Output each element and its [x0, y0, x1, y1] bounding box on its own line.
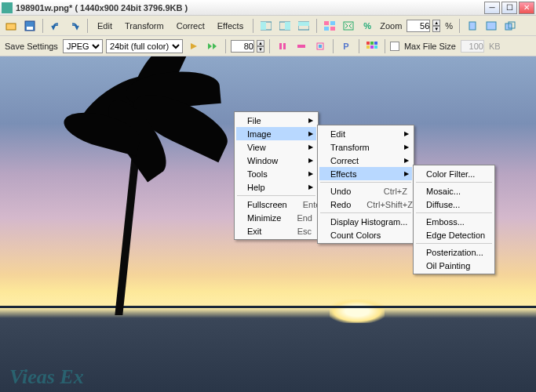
menu-view[interactable]: View▶ [236, 140, 316, 154]
menu-tools[interactable]: Tools▶ [236, 167, 316, 180]
svg-rect-26 [366, 45, 370, 49]
window-title: 198901w.png* ( 1440x900 24bit 3796.9KB ) [16, 3, 484, 13]
fx-emboss[interactable]: Emboss... [415, 215, 493, 228]
svg-rect-14 [469, 22, 476, 30]
opt3-icon[interactable] [312, 38, 328, 54]
minimize-button[interactable]: ─ [484, 2, 500, 14]
maxfilesize-label: Max File Size [403, 42, 458, 51]
opt2-icon[interactable] [294, 38, 309, 54]
separator [87, 19, 88, 33]
fx-colorfilter[interactable]: Color Filter... [415, 167, 493, 180]
svg-rect-12 [330, 27, 335, 31]
submenu-edit[interactable]: Edit▶ [319, 127, 412, 140]
menu-file[interactable]: File▶ [236, 114, 316, 127]
context-menu-image: Edit▶ Transform▶ Correct▶ Effects▶ UndoC… [317, 125, 414, 244]
separator [269, 39, 270, 53]
percent-icon[interactable]: % [359, 18, 375, 34]
open-icon[interactable] [3, 18, 19, 34]
window-buttons: ─ ☐ ✕ [484, 2, 534, 14]
maximize-button[interactable]: ☐ [501, 2, 517, 14]
kb-label: KB [487, 42, 502, 51]
menu-effects[interactable]: Effects [213, 20, 248, 32]
depth-select[interactable]: 24bit (full color) [106, 39, 183, 53]
menu-minimize[interactable]: MinimizeEnd [236, 211, 316, 224]
maxfilesize-checkbox[interactable] [390, 42, 399, 51]
play1-icon[interactable] [186, 38, 202, 54]
palette-icon[interactable] [364, 38, 380, 54]
svg-rect-24 [370, 42, 374, 45]
submenu-transform[interactable]: Transform▶ [319, 140, 412, 154]
main-toolbar: Edit Transform Correct Effects % Zoom ▲▼… [0, 16, 536, 36]
svg-rect-4 [261, 22, 266, 30]
p-icon[interactable]: P [338, 38, 354, 54]
fx-posterization[interactable]: Posterization... [415, 245, 493, 259]
layout2-icon[interactable] [277, 18, 293, 34]
play2-icon[interactable] [205, 38, 221, 54]
svg-rect-0 [6, 24, 16, 30]
fit-icon[interactable] [341, 18, 356, 34]
separator [253, 19, 253, 33]
redo-icon[interactable] [67, 18, 82, 34]
window3-icon[interactable] [502, 18, 518, 34]
quality-input[interactable] [231, 40, 254, 53]
svg-rect-22 [319, 45, 322, 48]
menu-exit[interactable]: ExitEsc [236, 224, 316, 238]
fx-edgedetection[interactable]: Edge Detection [415, 228, 493, 241]
svg-rect-27 [370, 45, 374, 49]
svg-rect-13 [344, 22, 353, 30]
opt1-icon[interactable] [275, 38, 290, 54]
submenu-redo[interactable]: RedoCtrl+Shift+Z [319, 198, 412, 211]
grid-icon[interactable] [322, 18, 337, 34]
menu-help[interactable]: Help▶ [236, 180, 316, 194]
svg-rect-9 [324, 21, 329, 25]
svg-rect-25 [374, 42, 377, 45]
svg-rect-20 [297, 45, 305, 48]
fx-mosaic[interactable]: Mosaic... [415, 184, 493, 198]
svg-rect-8 [298, 22, 309, 26]
menu-correct[interactable]: Correct [172, 20, 210, 32]
svg-rect-28 [374, 45, 377, 49]
menu-edit[interactable]: Edit [93, 20, 117, 32]
undo-icon[interactable] [48, 18, 64, 34]
close-button[interactable]: ✕ [519, 2, 534, 14]
submenu-effects[interactable]: Effects▶ [319, 167, 412, 180]
separator [359, 39, 359, 53]
window1-icon[interactable] [465, 18, 480, 34]
maxfilesize-input [461, 40, 484, 53]
image-canvas[interactable]: Vieas Ex File▶ Image▶ View▶ Window▶ Tool… [0, 56, 536, 392]
separator [385, 39, 385, 53]
layout1-icon[interactable] [258, 18, 274, 34]
layout3-icon[interactable] [296, 18, 312, 34]
zoom-input[interactable] [407, 20, 430, 32]
save-icon[interactable] [22, 18, 38, 34]
submenu-undo[interactable]: UndoCtrl+Z [319, 184, 412, 198]
svg-rect-10 [330, 21, 335, 25]
separator [42, 19, 43, 33]
window2-icon[interactable] [483, 18, 499, 34]
menu-transform[interactable]: Transform [120, 20, 169, 32]
menu-separator [416, 212, 492, 213]
fx-oilpainting[interactable]: Oil Painting [415, 259, 493, 272]
context-menu-main: File▶ Image▶ View▶ Window▶ Tools▶ Help▶ … [234, 111, 319, 240]
quality-spinner[interactable]: ▲▼ [257, 40, 264, 53]
separator [225, 39, 226, 53]
zoom-label: Zoom [378, 21, 403, 31]
save-settings-label: Save Settings [3, 42, 60, 51]
fx-diffuse[interactable]: Diffuse... [415, 198, 493, 211]
menu-separator [320, 182, 411, 183]
menu-separator [416, 243, 492, 244]
menu-window[interactable]: Window▶ [236, 154, 316, 167]
menu-fullscreen[interactable]: FullscreenEnter [236, 198, 316, 211]
submenu-histogram[interactable]: Display Histogram... [319, 215, 412, 228]
svg-rect-15 [487, 22, 496, 30]
menu-image[interactable]: Image▶ [236, 127, 316, 140]
submenu-correct[interactable]: Correct▶ [319, 154, 412, 167]
sunset-glow [330, 299, 385, 323]
menu-separator [416, 182, 492, 183]
submenu-countcolors[interactable]: Count Colors [319, 228, 412, 241]
zoom-spinner[interactable]: ▲▼ [432, 20, 440, 32]
title-bar: 198901w.png* ( 1440x900 24bit 3796.9KB )… [0, 0, 536, 16]
separator [333, 39, 334, 53]
svg-rect-19 [283, 43, 286, 49]
format-select[interactable]: JPEG [63, 39, 103, 53]
